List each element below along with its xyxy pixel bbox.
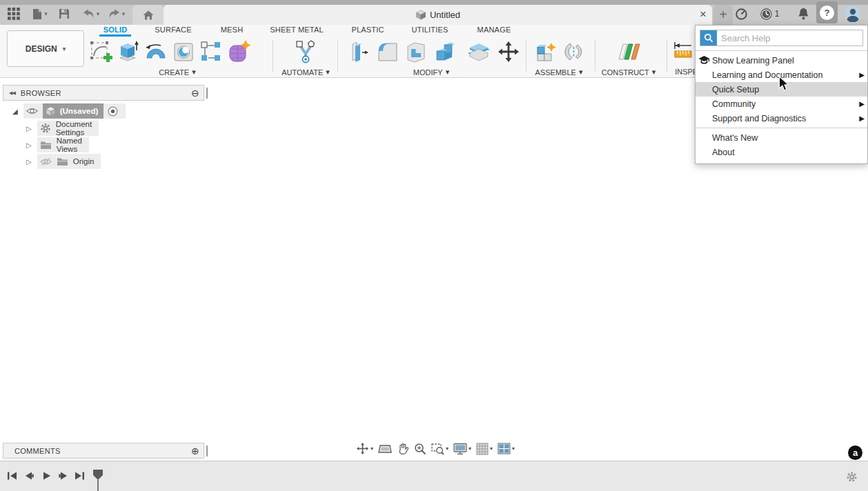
hole-button[interactable] [170,39,197,65]
tab-utilities[interactable]: UTILITIES [411,25,448,37]
menu-item-about[interactable]: About [696,145,867,159]
menu-item-label: Support and Diagnostics [712,114,806,123]
close-tab-icon[interactable]: × [700,7,707,22]
home-tab-button[interactable] [132,5,164,25]
add-comment-icon[interactable]: ⊕ [191,446,199,456]
revolve-button[interactable] [143,39,169,65]
fit-button[interactable]: ▾ [431,443,448,455]
comments-panel-header[interactable]: COMMENTS ⊕ [3,443,204,459]
play-button[interactable] [41,471,52,483]
tree-row-document-settings[interactable]: ▷ Document Settings [26,121,99,136]
zoom-button[interactable] [414,443,426,455]
create-sketch-button[interactable] [88,39,114,65]
extrude-button[interactable] [115,39,141,65]
help-button[interactable]: ? [816,1,838,23]
assemble-caret-icon: ▾ [579,68,583,77]
tab-surface[interactable]: SURFACE [155,25,191,37]
step-back-button[interactable] [24,471,34,483]
go-to-start-button[interactable] [7,471,17,483]
go-to-end-button[interactable] [75,471,85,483]
data-panel-grid-icon[interactable] [6,5,22,23]
tree-row-named-views[interactable]: ▷ Named Views [26,137,89,152]
group-create[interactable]: CREATE▾ [159,68,195,77]
expand-triangle-icon[interactable]: ◢ [12,108,18,115]
grid-settings-button[interactable]: ▾ [476,443,493,455]
group-assemble[interactable]: ASSEMBLE▾ [535,68,583,77]
pan-button[interactable] [397,443,409,455]
menu-item-show-learning-panel[interactable]: Show Learning Panel [696,53,867,68]
menu-item-whats-new[interactable]: What's New [696,130,867,145]
rectangular-pattern-button[interactable] [198,39,224,65]
menu-item-support-and-diagnostics[interactable]: Support and Diagnostics ▶ [696,111,867,126]
group-modify[interactable]: MODIFY▾ [413,68,449,77]
visibility-off-eye-icon[interactable] [40,157,52,166]
tree-item-label: Origin [73,157,95,166]
viewports-button[interactable]: ▾ [497,443,515,454]
ribbon-divider [337,40,338,72]
move-copy-button[interactable] [495,39,522,65]
file-icon [32,8,42,20]
document-tab[interactable]: Untitled × [164,5,712,25]
comments-panel-resize-handle[interactable] [206,445,208,457]
new-component-button[interactable] [532,39,558,65]
tree-row-root[interactable]: ◢ (Unsaved) [12,103,126,119]
shell-button[interactable] [403,39,429,65]
new-tab-button[interactable]: + [713,5,733,25]
profile-button[interactable] [843,5,862,23]
collapsed-triangle-icon[interactable]: ▷ [26,141,32,149]
look-at-button[interactable] [378,443,392,454]
press-pull-button[interactable] [346,39,372,65]
ribbon-divider [526,40,526,72]
comments-panel-title: COMMENTS [14,447,61,455]
group-automate[interactable]: AUTOMATE▾ [282,68,330,77]
job-status-button[interactable]: 1 [756,5,782,23]
redo-button[interactable]: ▾ [105,5,128,23]
timeline-marker[interactable] [92,470,103,491]
menu-item-learning-and-documentation[interactable]: Learning and Documentation ▶ [696,68,867,82]
root-component-selected[interactable]: (Unsaved) [43,103,104,119]
menu-item-community[interactable]: Community ▶ [696,97,867,111]
notifications-button[interactable] [795,5,811,23]
orbit-button[interactable]: ▾ [356,442,373,455]
menu-item-quick-setup[interactable]: Quick Setup [696,82,867,97]
help-search-input[interactable] [717,30,862,46]
zoom-window-icon [431,443,444,455]
combine-button[interactable] [433,39,459,65]
new-component-icon [533,39,558,64]
menu-item-label: What's New [712,133,758,143]
joint-button[interactable] [560,39,586,65]
panel-options-icon[interactable]: ⊖ [191,88,199,98]
tab-sheet-metal[interactable]: SHEET METAL [270,25,324,37]
tree-row-origin[interactable]: ▷ Origin [26,154,101,169]
ribbon-divider [273,40,273,72]
shell-icon [404,39,428,64]
workspace-label: DESIGN [26,44,57,54]
extensions-button[interactable] [733,5,749,23]
offset-plane-button[interactable] [615,39,642,65]
undo-button[interactable]: ▾ [79,5,103,23]
split-body-button[interactable] [466,39,492,65]
browser-panel-header[interactable]: ◀◀ BROWSER ⊖ [3,85,204,101]
tab-manage[interactable]: MANAGE [477,25,511,37]
generative-design-button[interactable] [293,39,319,65]
tab-plastic[interactable]: PLASTIC [351,25,384,37]
collapsed-triangle-icon[interactable]: ▷ [26,158,32,166]
workspace-selector[interactable]: DESIGN ▾ [7,30,84,67]
file-menu-button[interactable]: ▾ [29,5,51,23]
browser-panel-resize-handle[interactable] [206,88,208,99]
timeline-settings-gear-icon[interactable] [846,471,858,485]
visibility-eye-icon[interactable] [26,107,38,115]
activate-component-radio-icon[interactable] [108,106,118,117]
display-settings-button[interactable]: ▾ [453,443,471,455]
search-icon[interactable] [700,30,717,46]
save-button[interactable] [57,5,72,23]
collapse-panel-icon[interactable]: ◀◀ [9,90,15,96]
measure-button[interactable] [670,39,696,65]
step-forward-button[interactable] [58,471,68,483]
fillet-button[interactable] [375,39,401,65]
tab-mesh[interactable]: MESH [221,25,244,37]
group-construct[interactable]: CONSTRUCT▾ [602,68,656,77]
assistant-button[interactable]: a [848,445,862,460]
collapsed-triangle-icon[interactable]: ▷ [26,125,32,132]
create-form-button[interactable] [226,39,252,65]
